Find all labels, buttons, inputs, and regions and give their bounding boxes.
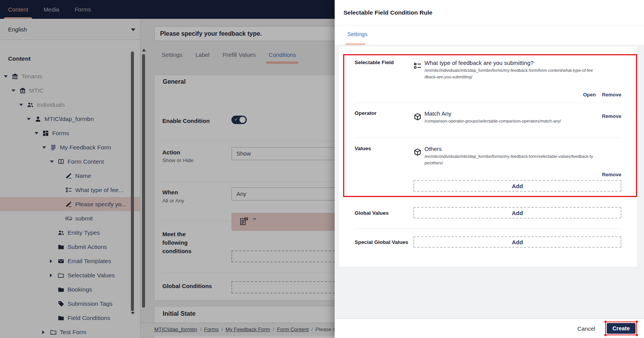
referenced-item-path: /comparison-operator-groups/selectable-c… xyxy=(424,118,561,124)
rule-row-links: OpenRemove xyxy=(583,92,621,98)
remove-link[interactable]: Remove xyxy=(602,92,621,98)
cancel-button[interactable]: Cancel xyxy=(577,325,595,332)
referenced-item-path: /en/mtic/individuals/mticldap_formbn/for… xyxy=(424,153,593,167)
create-button-highlight: Create xyxy=(605,321,637,335)
rule-row-text: What type of feedback are you submitting… xyxy=(424,60,593,81)
tab-settings[interactable]: Settings xyxy=(347,31,367,37)
rule-row-links: Remove xyxy=(602,113,621,119)
rule-row-value: What type of feedback are you submitting… xyxy=(413,60,621,81)
drawer-title: Selectable Field Condition Rule xyxy=(343,9,433,16)
drawer-footer: Cancel Create xyxy=(335,318,644,338)
referenced-item-title: Others xyxy=(424,146,593,152)
rule-row-label: Operator xyxy=(355,110,405,116)
drawer-content: Selectable FieldWhat type of feedback ar… xyxy=(335,45,644,318)
remove-link[interactable]: Remove xyxy=(602,172,621,177)
rule-row-text: Match Any/comparison-operator-groups/sel… xyxy=(424,110,561,124)
rule-row-links: Remove xyxy=(602,172,621,177)
add-value-button[interactable]: Add xyxy=(413,180,621,192)
divider xyxy=(355,103,621,103)
rule-row-value: Others/en/mtic/individuals/mticldap_form… xyxy=(413,146,621,167)
add-global-values-button[interactable]: Add xyxy=(413,207,621,219)
drawer-tabstrip: Settings xyxy=(335,26,644,45)
rule-row-label: Global Values xyxy=(355,210,410,216)
rule-row-label: Values xyxy=(355,146,405,151)
selectable-field-condition-rule-drawer: Selectable Field Condition Rule Settings… xyxy=(335,0,644,338)
divider xyxy=(355,229,621,229)
remove-link[interactable]: Remove xyxy=(602,113,621,119)
radio-list-icon xyxy=(413,62,422,70)
rule-row-label: Special Global Values xyxy=(355,239,410,245)
referenced-item-title: Match Any xyxy=(424,110,561,117)
modal-dim-overlay[interactable] xyxy=(0,0,335,338)
rule-row-text: Others/en/mtic/individuals/mticldap_form… xyxy=(424,146,593,167)
divider xyxy=(355,137,621,138)
drawer-header: Selectable Field Condition Rule xyxy=(335,0,644,25)
open-link[interactable]: Open xyxy=(583,92,596,98)
rule-row-label: Selectable Field xyxy=(355,60,405,65)
cube-icon xyxy=(413,113,422,121)
rule-row-value: Match Any/comparison-operator-groups/sel… xyxy=(413,110,621,124)
add-special-global-values-button[interactable]: Add xyxy=(413,236,621,248)
cube-icon xyxy=(413,148,422,156)
drawer-form-card: Selectable FieldWhat type of feedback ar… xyxy=(339,46,637,267)
referenced-item-title: What type of feedback are you submitting… xyxy=(424,60,593,66)
create-button[interactable]: Create xyxy=(607,323,636,334)
referenced-item-path: /en/mtic/individuals/mticldap_formbn/for… xyxy=(424,67,593,81)
